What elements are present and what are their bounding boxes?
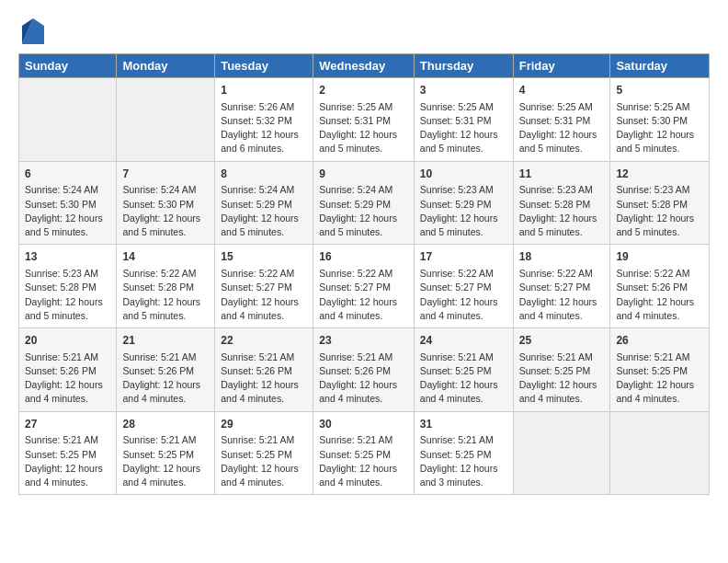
day-number: 15 (221, 249, 307, 265)
calendar-cell: 3Sunrise: 5:25 AMSunset: 5:31 PMDaylight… (414, 78, 513, 162)
day-info: Sunrise: 5:21 AMSunset: 5:25 PMDaylight:… (221, 433, 307, 489)
day-number: 13 (25, 249, 110, 265)
day-info: Sunrise: 5:21 AMSunset: 5:25 PMDaylight:… (616, 350, 703, 407)
col-header-tuesday: Tuesday (215, 54, 313, 78)
day-number: 7 (122, 167, 209, 182)
col-header-thursday: Thursday (414, 54, 513, 78)
col-header-wednesday: Wednesday (313, 54, 415, 78)
col-header-friday: Friday (513, 54, 610, 78)
day-info: Sunrise: 5:21 AMSunset: 5:26 PMDaylight:… (25, 350, 110, 407)
calendar-cell: 12Sunrise: 5:23 AMSunset: 5:28 PMDayligh… (610, 161, 710, 245)
day-info: Sunrise: 5:23 AMSunset: 5:28 PMDaylight:… (616, 183, 703, 239)
day-number: 24 (420, 333, 507, 349)
calendar-cell: 21Sunrise: 5:21 AMSunset: 5:26 PMDayligh… (117, 328, 215, 412)
calendar-cell (513, 411, 610, 495)
calendar-cell: 29Sunrise: 5:21 AMSunset: 5:25 PMDayligh… (215, 411, 313, 495)
calendar-cell: 26Sunrise: 5:21 AMSunset: 5:25 PMDayligh… (610, 328, 710, 412)
day-info: Sunrise: 5:25 AMSunset: 5:31 PMDaylight:… (519, 100, 605, 156)
calendar-cell: 9Sunrise: 5:24 AMSunset: 5:29 PMDaylight… (313, 161, 415, 245)
day-number: 3 (420, 83, 507, 98)
day-number: 4 (519, 83, 605, 98)
day-info: Sunrise: 5:24 AMSunset: 5:29 PMDaylight:… (319, 183, 408, 239)
day-info: Sunrise: 5:21 AMSunset: 5:26 PMDaylight:… (221, 350, 307, 407)
day-number: 5 (616, 83, 703, 98)
col-header-sunday: Sunday (19, 54, 117, 78)
calendar-cell: 24Sunrise: 5:21 AMSunset: 5:25 PMDayligh… (414, 328, 513, 412)
calendar-week-row: 13Sunrise: 5:23 AMSunset: 5:28 PMDayligh… (19, 245, 710, 328)
day-info: Sunrise: 5:22 AMSunset: 5:26 PMDaylight:… (616, 267, 703, 323)
day-number: 31 (420, 417, 507, 432)
calendar-cell: 6Sunrise: 5:24 AMSunset: 5:30 PMDaylight… (19, 161, 117, 245)
day-info: Sunrise: 5:22 AMSunset: 5:27 PMDaylight:… (319, 267, 408, 323)
page-header (18, 18, 710, 44)
day-info: Sunrise: 5:22 AMSunset: 5:27 PMDaylight:… (519, 267, 605, 323)
calendar-cell: 27Sunrise: 5:21 AMSunset: 5:25 PMDayligh… (19, 411, 117, 495)
calendar-cell: 31Sunrise: 5:21 AMSunset: 5:25 PMDayligh… (414, 411, 513, 495)
calendar-cell: 15Sunrise: 5:22 AMSunset: 5:27 PMDayligh… (215, 245, 313, 328)
logo (18, 18, 44, 44)
calendar-cell (610, 411, 710, 495)
calendar-cell: 14Sunrise: 5:22 AMSunset: 5:28 PMDayligh… (117, 245, 215, 328)
calendar-week-row: 6Sunrise: 5:24 AMSunset: 5:30 PMDaylight… (19, 161, 710, 245)
day-number: 26 (616, 333, 703, 349)
calendar-cell: 8Sunrise: 5:24 AMSunset: 5:29 PMDaylight… (215, 161, 313, 245)
calendar-cell: 1Sunrise: 5:26 AMSunset: 5:32 PMDaylight… (215, 78, 313, 162)
day-info: Sunrise: 5:25 AMSunset: 5:31 PMDaylight:… (420, 100, 507, 156)
calendar-header-row: SundayMondayTuesdayWednesdayThursdayFrid… (19, 54, 710, 78)
day-number: 9 (319, 167, 408, 182)
day-number: 30 (319, 417, 408, 432)
day-info: Sunrise: 5:22 AMSunset: 5:28 PMDaylight:… (122, 267, 209, 323)
day-info: Sunrise: 5:24 AMSunset: 5:30 PMDaylight:… (25, 183, 110, 239)
day-number: 6 (25, 167, 110, 182)
day-number: 10 (420, 167, 507, 182)
day-info: Sunrise: 5:25 AMSunset: 5:31 PMDaylight:… (319, 100, 408, 156)
day-number: 11 (519, 167, 605, 182)
calendar-cell: 10Sunrise: 5:23 AMSunset: 5:29 PMDayligh… (414, 161, 513, 245)
calendar-cell: 7Sunrise: 5:24 AMSunset: 5:30 PMDaylight… (117, 161, 215, 245)
day-info: Sunrise: 5:21 AMSunset: 5:25 PMDaylight:… (25, 433, 110, 489)
calendar-cell: 20Sunrise: 5:21 AMSunset: 5:26 PMDayligh… (19, 328, 117, 412)
day-number: 23 (319, 333, 408, 349)
calendar-cell: 22Sunrise: 5:21 AMSunset: 5:26 PMDayligh… (215, 328, 313, 412)
calendar-cell: 4Sunrise: 5:25 AMSunset: 5:31 PMDaylight… (513, 78, 610, 162)
day-info: Sunrise: 5:25 AMSunset: 5:30 PMDaylight:… (616, 100, 703, 156)
day-number: 8 (221, 167, 307, 182)
day-info: Sunrise: 5:21 AMSunset: 5:25 PMDaylight:… (122, 433, 209, 489)
calendar-week-row: 27Sunrise: 5:21 AMSunset: 5:25 PMDayligh… (19, 411, 710, 495)
col-header-monday: Monday (117, 54, 215, 78)
day-info: Sunrise: 5:26 AMSunset: 5:32 PMDaylight:… (221, 100, 307, 156)
day-info: Sunrise: 5:21 AMSunset: 5:25 PMDaylight:… (519, 350, 605, 407)
calendar-week-row: 20Sunrise: 5:21 AMSunset: 5:26 PMDayligh… (19, 328, 710, 412)
day-number: 19 (616, 249, 703, 265)
day-number: 21 (122, 333, 209, 349)
day-number: 29 (221, 417, 307, 432)
calendar-cell: 16Sunrise: 5:22 AMSunset: 5:27 PMDayligh… (313, 245, 415, 328)
day-number: 12 (616, 167, 703, 182)
calendar-cell: 23Sunrise: 5:21 AMSunset: 5:26 PMDayligh… (313, 328, 415, 412)
day-number: 20 (25, 333, 110, 349)
day-info: Sunrise: 5:24 AMSunset: 5:30 PMDaylight:… (122, 183, 209, 239)
calendar-cell: 28Sunrise: 5:21 AMSunset: 5:25 PMDayligh… (117, 411, 215, 495)
calendar-table: SundayMondayTuesdayWednesdayThursdayFrid… (18, 53, 710, 495)
day-number: 25 (519, 333, 605, 349)
calendar-cell: 25Sunrise: 5:21 AMSunset: 5:25 PMDayligh… (513, 328, 610, 412)
day-number: 28 (122, 417, 209, 432)
day-info: Sunrise: 5:21 AMSunset: 5:25 PMDaylight:… (420, 350, 507, 407)
day-info: Sunrise: 5:22 AMSunset: 5:27 PMDaylight:… (221, 267, 307, 323)
calendar-cell: 11Sunrise: 5:23 AMSunset: 5:28 PMDayligh… (513, 161, 610, 245)
day-number: 22 (221, 333, 307, 349)
day-number: 18 (519, 249, 605, 265)
calendar-cell: 19Sunrise: 5:22 AMSunset: 5:26 PMDayligh… (610, 245, 710, 328)
day-info: Sunrise: 5:21 AMSunset: 5:25 PMDaylight:… (420, 433, 507, 489)
day-info: Sunrise: 5:22 AMSunset: 5:27 PMDaylight:… (420, 267, 507, 323)
day-number: 27 (25, 417, 110, 432)
calendar-cell: 2Sunrise: 5:25 AMSunset: 5:31 PMDaylight… (313, 78, 415, 162)
calendar-cell (19, 78, 117, 162)
calendar-week-row: 1Sunrise: 5:26 AMSunset: 5:32 PMDaylight… (19, 78, 710, 162)
day-info: Sunrise: 5:23 AMSunset: 5:28 PMDaylight:… (519, 183, 605, 239)
day-info: Sunrise: 5:23 AMSunset: 5:29 PMDaylight:… (420, 183, 507, 239)
calendar-cell (117, 78, 215, 162)
calendar-cell: 18Sunrise: 5:22 AMSunset: 5:27 PMDayligh… (513, 245, 610, 328)
day-number: 1 (221, 83, 307, 98)
day-number: 16 (319, 249, 408, 265)
